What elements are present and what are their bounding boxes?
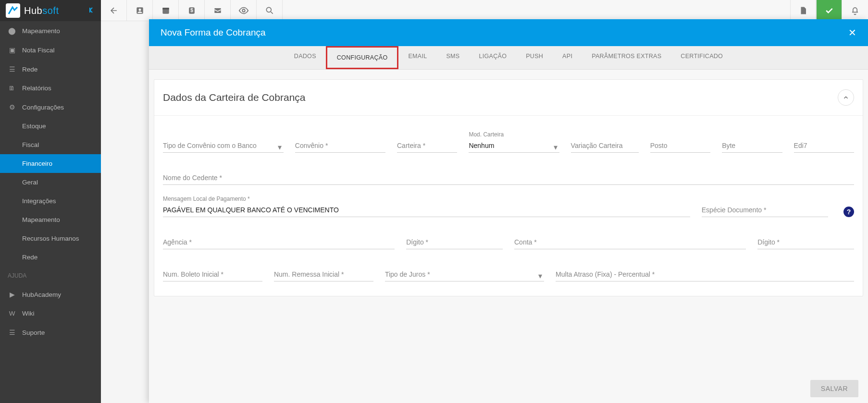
mod-carteira-select[interactable]: Mod. Carteira Nenhum ▾	[469, 139, 559, 153]
account-icon[interactable]	[127, 0, 153, 21]
sidebar-item-rede-2[interactable]: Rede	[0, 248, 101, 267]
tipo-convenio-select[interactable]: Tipo de Convênio com o Banco ▾	[163, 139, 284, 153]
eye-icon[interactable]	[231, 0, 257, 21]
tab-email[interactable]: EMAIL	[398, 46, 436, 69]
sidebar-section-ajuda: AJUDA	[0, 267, 101, 285]
sidebar-item-suporte[interactable]: ☰Suporte	[0, 323, 101, 342]
sidebar-item-wiki[interactable]: WWiki	[0, 304, 101, 323]
svg-point-8	[242, 9, 245, 12]
sidebar: Hubsoft ⬤Mapeamento ▣Nota Fiscal ☰Rede 🗎…	[0, 0, 101, 403]
tab-configuracao[interactable]: CONFIGURAÇÃO	[326, 46, 399, 69]
digito-conta-input[interactable]: Dígito *	[757, 235, 854, 249]
sidebar-item-financeiro[interactable]: Financeiro	[0, 154, 101, 173]
play-icon: ▶	[8, 291, 16, 298]
panel-title: Dados da Carteira de Cobrança	[163, 92, 306, 103]
brand-name: Hubsoft	[24, 5, 59, 16]
file-icon: ▣	[8, 46, 16, 54]
sidebar-item-relatorios[interactable]: 🗎Relatórios	[0, 79, 101, 98]
help-icon[interactable]: ?	[843, 207, 854, 217]
modal-header: Nova Forma de Cobrança ✕	[149, 19, 868, 46]
brand-logo-icon	[6, 3, 20, 18]
svg-rect-0	[6, 3, 20, 18]
modal-title: Nova Forma de Cobrança	[161, 27, 266, 38]
posto-input[interactable]: Posto	[650, 139, 710, 153]
tab-sms[interactable]: SMS	[436, 46, 469, 69]
tab-certificado[interactable]: CERTIFICADO	[671, 46, 732, 69]
mod-carteira-label: Mod. Carteira	[469, 131, 504, 138]
bars-icon: ☰	[8, 65, 16, 73]
digito-agencia-input[interactable]: Dígito *	[406, 235, 503, 249]
sidebar-item-estoque[interactable]: Estoque	[0, 117, 101, 135]
gear-icon: ⚙	[8, 103, 16, 111]
sidebar-item-nota-fiscal[interactable]: ▣Nota Fiscal	[0, 40, 101, 60]
sidebar-collapse-icon[interactable]	[87, 6, 95, 15]
panel-header: Dados da Carteira de Cobrança	[154, 80, 863, 116]
byte-input[interactable]: Byte	[722, 139, 782, 153]
logo-bar: Hubsoft	[0, 0, 101, 21]
variacao-carteira-input[interactable]: Variação Carteira	[571, 139, 639, 153]
money-icon[interactable]: $	[179, 0, 205, 21]
location-icon: ⬤	[8, 27, 16, 35]
num-boleto-inicial-input[interactable]: Num. Boleto Inicial *	[163, 268, 262, 281]
close-icon[interactable]: ✕	[848, 27, 856, 38]
support-icon: ☰	[8, 329, 16, 336]
tab-push[interactable]: PUSH	[516, 46, 553, 69]
num-remessa-inicial-input[interactable]: Num. Remessa Inicial *	[274, 268, 373, 281]
collapse-panel-button[interactable]	[838, 89, 854, 106]
conta-input[interactable]: Conta *	[514, 235, 746, 249]
sidebar-nav: ⬤Mapeamento ▣Nota Fiscal ☰Rede 🗎Relatóri…	[0, 21, 101, 403]
status-ok-icon[interactable]	[816, 0, 842, 21]
tab-dados[interactable]: DADOS	[285, 46, 326, 69]
sidebar-item-mapeamento-2[interactable]: Mapeamento	[0, 210, 101, 229]
topbar: $	[101, 0, 868, 21]
tipo-juros-select[interactable]: Tipo de Juros * ▾	[385, 268, 544, 281]
agencia-input[interactable]: Agência *	[163, 235, 395, 249]
panel-area: Dados da Carteira de Cobrança Tipo de Co…	[149, 70, 868, 374]
sidebar-item-mapeamento[interactable]: ⬤Mapeamento	[0, 21, 101, 40]
modal-container: Nova Forma de Cobrança ✕ DADOS CONFIGURA…	[149, 19, 868, 403]
sidebar-item-geral[interactable]: Geral	[0, 173, 101, 192]
modal-tabs: DADOS CONFIGURAÇÃO EMAIL SMS LIGAÇÃO PUS…	[149, 46, 868, 70]
mensagem-local-pagamento-input[interactable]: Mensagem Local de Pagamento * PAGÁVEL EM…	[163, 203, 690, 217]
edi7-input[interactable]: Edi7	[794, 139, 854, 153]
main-area: $ Nova Forma de Cobrança ✕ DADOS CONFIGU…	[101, 0, 868, 403]
modal-footer: SALVAR	[149, 374, 868, 403]
pdf-icon[interactable]	[790, 0, 816, 21]
svg-point-2	[138, 8, 141, 11]
tab-parametros-extras[interactable]: PARÂMETROS EXTRAS	[582, 46, 671, 69]
bell-icon[interactable]	[842, 0, 868, 21]
sidebar-item-integracoes[interactable]: Integrações	[0, 192, 101, 210]
multa-atraso-input[interactable]: Multa Atraso (Fixa) - Percentual *	[556, 268, 854, 281]
sidebar-item-recursos[interactable]: Recursos Humanos	[0, 229, 101, 248]
nome-cedente-input[interactable]: Nome do Cedente *	[163, 171, 854, 185]
msg-local-label: Mensagem Local de Pagamento *	[163, 195, 250, 202]
sidebar-item-hubacademy[interactable]: ▶HubAcademy	[0, 285, 101, 304]
inbox-icon[interactable]	[205, 0, 231, 21]
carteira-input[interactable]: Carteira *	[397, 139, 457, 153]
svg-text:$: $	[190, 8, 193, 13]
sidebar-item-configuracoes[interactable]: ⚙Configurações	[0, 98, 101, 117]
panel-carteira: Dados da Carteira de Cobrança Tipo de Co…	[154, 79, 863, 296]
search-icon[interactable]	[257, 0, 283, 21]
tab-api[interactable]: API	[553, 46, 582, 69]
sidebar-item-rede[interactable]: ☰Rede	[0, 60, 101, 79]
back-button[interactable]	[101, 0, 127, 21]
svg-rect-4	[162, 8, 169, 9]
panel-body: Tipo de Convênio com o Banco ▾ Convênio …	[154, 116, 863, 296]
convenio-input[interactable]: Convênio *	[295, 139, 385, 153]
especie-documento-input[interactable]: Espécie Documento *	[702, 203, 828, 217]
wiki-icon: W	[8, 310, 16, 317]
svg-point-9	[266, 7, 271, 12]
tab-ligacao[interactable]: LIGAÇÃO	[469, 46, 516, 69]
calendar-icon[interactable]	[153, 0, 179, 21]
save-button[interactable]: SALVAR	[810, 380, 858, 397]
sidebar-item-fiscal[interactable]: Fiscal	[0, 135, 101, 154]
file-lines-icon: 🗎	[8, 85, 16, 92]
